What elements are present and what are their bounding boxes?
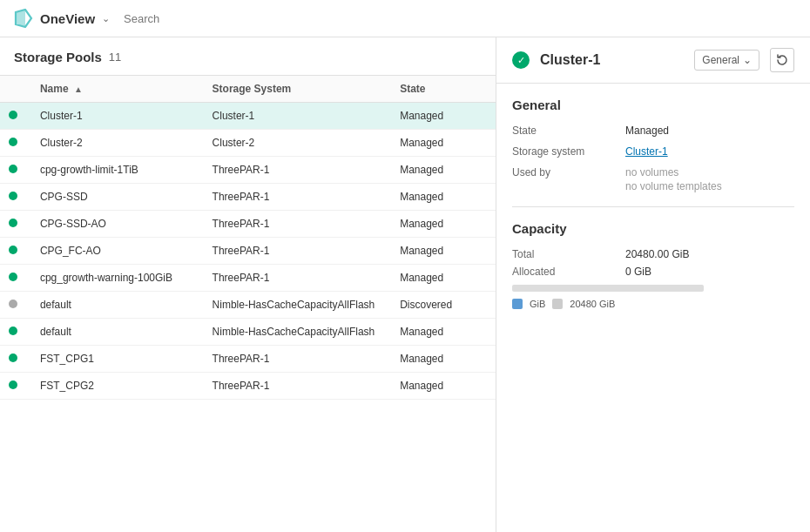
detail-status-icon: ✓ bbox=[512, 51, 530, 69]
legend-label-allocated: GiB bbox=[530, 299, 545, 309]
table-row[interactable]: FST_CPG2ThreePAR-1Managed bbox=[0, 373, 496, 400]
oneview-logo-icon bbox=[14, 9, 33, 28]
table-row[interactable]: cpg-growth-limit-1TiBThreePAR-1Managed bbox=[0, 157, 496, 184]
table-row[interactable]: cpg_growth-warning-100GiBThreePAR-1Manag… bbox=[0, 265, 496, 292]
row-storage-system-cell: Nimble-HasCacheCapacityAllFlash bbox=[204, 319, 392, 346]
capacity-row-total: Total 20480.00 GiB bbox=[512, 248, 794, 260]
refresh-icon bbox=[776, 54, 788, 66]
capacity-bar-container bbox=[512, 285, 794, 292]
status-dot bbox=[9, 165, 17, 173]
row-state-cell: Managed bbox=[391, 184, 496, 211]
capacity-value-total: 20480.00 GiB bbox=[625, 248, 689, 260]
capacity-bar bbox=[512, 285, 704, 292]
col-header-state[interactable]: State bbox=[391, 76, 496, 103]
capacity-legend: GiB 20480 GiB bbox=[512, 299, 794, 309]
storage-pools-tbody: Cluster-1Cluster-1ManagedCluster-2Cluste… bbox=[0, 103, 496, 400]
row-status-cell bbox=[0, 211, 31, 238]
row-state-cell: Managed bbox=[391, 103, 496, 130]
status-dot bbox=[9, 138, 17, 146]
table-row[interactable]: FST_CPG1ThreePAR-1Managed bbox=[0, 346, 496, 373]
row-state-cell: Managed bbox=[391, 319, 496, 346]
status-dot bbox=[9, 300, 17, 308]
row-status-cell bbox=[0, 346, 31, 373]
col-header-name[interactable]: Name ▲ bbox=[31, 76, 204, 103]
search-input[interactable] bbox=[124, 12, 472, 25]
row-status-cell bbox=[0, 265, 31, 292]
row-state-cell: Managed bbox=[391, 211, 496, 238]
info-value-used-by: no volumes no volume templates bbox=[625, 166, 722, 192]
row-storage-system-cell: ThreePAR-1 bbox=[204, 211, 392, 238]
row-status-cell bbox=[0, 292, 31, 319]
info-label-used-by: Used by bbox=[512, 166, 625, 178]
status-dot bbox=[9, 192, 17, 200]
row-state-cell: Managed bbox=[391, 346, 496, 373]
col-header-status bbox=[0, 76, 31, 103]
status-dot bbox=[9, 111, 17, 119]
row-name-cell: CPG-SSD bbox=[31, 184, 204, 211]
view-selector-label: General bbox=[702, 54, 739, 66]
legend-label-total: 20480 GiB bbox=[570, 299, 615, 309]
table-header-row: Name ▲ Storage System State bbox=[0, 76, 496, 103]
row-state-cell: Managed bbox=[391, 157, 496, 184]
row-state-cell: Managed bbox=[391, 373, 496, 400]
storage-pools-table: Name ▲ Storage System State Cluster-1Clu… bbox=[0, 75, 496, 400]
table-row[interactable]: CPG-SSD-AOThreePAR-1Managed bbox=[0, 211, 496, 238]
storage-pools-table-container: Name ▲ Storage System State Cluster-1Clu… bbox=[0, 75, 496, 532]
row-name-cell: default bbox=[31, 292, 204, 319]
col-header-storage-system[interactable]: Storage System bbox=[204, 76, 392, 103]
row-state-cell: Discovered bbox=[391, 292, 496, 319]
general-section-title: General bbox=[512, 98, 794, 112]
table-row[interactable]: CPG-SSDThreePAR-1Managed bbox=[0, 184, 496, 211]
status-dot bbox=[9, 327, 17, 335]
right-panel: ✓ Cluster-1 General ⌄ General State Mana… bbox=[496, 37, 810, 532]
row-storage-system-cell: ThreePAR-1 bbox=[204, 373, 392, 400]
left-panel: Storage Pools 11 Name ▲ Storage System S… bbox=[0, 37, 496, 532]
row-name-cell: FST_CPG2 bbox=[31, 373, 204, 400]
detail-actions-button[interactable] bbox=[770, 48, 794, 72]
capacity-value-allocated: 0 GiB bbox=[625, 266, 651, 278]
capacity-section-title: Capacity bbox=[512, 221, 794, 236]
table-row[interactable]: defaultNimble-HasCacheCapacityAllFlashMa… bbox=[0, 319, 496, 346]
panel-title: Storage Pools bbox=[14, 50, 102, 64]
row-name-cell: cpg_growth-warning-100GiB bbox=[31, 265, 204, 292]
info-row-storage-system: Storage system Cluster-1 bbox=[512, 145, 794, 158]
info-label-storage-system: Storage system bbox=[512, 145, 625, 158]
used-by-volumes: no volumes bbox=[625, 166, 722, 178]
table-row[interactable]: Cluster-2Cluster-2Managed bbox=[0, 130, 496, 157]
row-name-cell: Cluster-2 bbox=[31, 130, 204, 157]
row-state-cell: Managed bbox=[391, 265, 496, 292]
table-row[interactable]: defaultNimble-HasCacheCapacityAllFlashDi… bbox=[0, 292, 496, 319]
row-status-cell bbox=[0, 319, 31, 346]
search-bar[interactable] bbox=[124, 12, 472, 25]
row-storage-system-cell: ThreePAR-1 bbox=[204, 238, 392, 265]
capacity-row-allocated: Allocated 0 GiB bbox=[512, 266, 794, 278]
info-row-state: State Managed bbox=[512, 125, 794, 137]
row-name-cell: CPG_FC-AO bbox=[31, 238, 204, 265]
app-logo[interactable]: OneView bbox=[14, 9, 95, 28]
row-status-cell bbox=[0, 157, 31, 184]
row-storage-system-cell: ThreePAR-1 bbox=[204, 265, 392, 292]
storage-system-link[interactable]: Cluster-1 bbox=[625, 145, 668, 158]
row-storage-system-cell: ThreePAR-1 bbox=[204, 184, 392, 211]
capacity-section: Capacity Total 20480.00 GiB Allocated 0 … bbox=[512, 221, 794, 309]
row-name-cell: CPG-SSD-AO bbox=[31, 211, 204, 238]
row-status-cell bbox=[0, 184, 31, 211]
panel-header: Storage Pools 11 bbox=[0, 37, 496, 75]
detail-title: Cluster-1 bbox=[540, 52, 600, 68]
legend-box-gray bbox=[552, 299, 563, 309]
sort-arrow-name: ▲ bbox=[74, 84, 83, 94]
table-row[interactable]: CPG_FC-AOThreePAR-1Managed bbox=[0, 238, 496, 265]
svg-marker-1 bbox=[16, 10, 25, 27]
row-status-cell bbox=[0, 103, 31, 130]
detail-body: General State Managed Storage system Clu… bbox=[496, 84, 810, 323]
status-dot bbox=[9, 273, 17, 281]
status-dot bbox=[9, 219, 17, 227]
row-storage-system-cell: Cluster-1 bbox=[204, 103, 392, 130]
info-value-storage-system[interactable]: Cluster-1 bbox=[625, 145, 668, 158]
table-row[interactable]: Cluster-1Cluster-1Managed bbox=[0, 103, 496, 130]
view-selector[interactable]: General ⌄ bbox=[694, 50, 759, 71]
capacity-label-total: Total bbox=[512, 248, 625, 260]
row-status-cell bbox=[0, 238, 31, 265]
view-selector-chevron: ⌄ bbox=[743, 54, 752, 66]
app-menu-chevron[interactable]: ⌄ bbox=[102, 13, 110, 24]
